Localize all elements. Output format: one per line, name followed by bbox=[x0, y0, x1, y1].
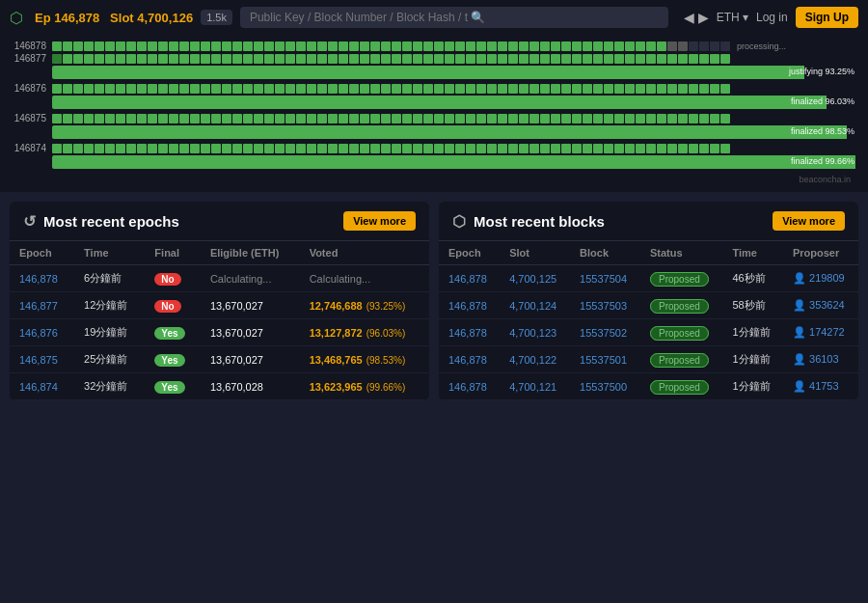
proposer-link[interactable]: 219809 bbox=[806, 272, 845, 284]
proposer-link[interactable]: 353624 bbox=[806, 299, 845, 311]
time-cell: 32分鐘前 bbox=[74, 373, 145, 400]
block-link[interactable]: 15537501 bbox=[580, 354, 627, 366]
time-cell: 19分鐘前 bbox=[74, 319, 145, 346]
final-cell: Yes bbox=[145, 346, 201, 373]
epoch-status-bar: finalized 96.03% bbox=[52, 96, 858, 109]
epoch-status-fill bbox=[52, 125, 847, 139]
epoch-block bbox=[148, 41, 157, 51]
time-cell: 46秒前 bbox=[722, 265, 783, 292]
epoch-block bbox=[540, 144, 550, 153]
voted-cell: 13,127,872(96.03%) bbox=[300, 319, 429, 346]
epoch-block bbox=[296, 144, 306, 153]
epoch-link[interactable]: 146,878 bbox=[448, 354, 487, 366]
slot-link[interactable]: 4,700,121 bbox=[509, 381, 556, 393]
epoch-block bbox=[498, 54, 507, 64]
nav-arrows[interactable]: ◀ ▶ bbox=[684, 10, 709, 25]
block-link[interactable]: 15537504 bbox=[580, 273, 627, 285]
voted-value: Calculating... bbox=[310, 273, 371, 285]
epoch-block bbox=[317, 54, 327, 64]
epoch-block bbox=[455, 41, 465, 51]
epoch-block bbox=[519, 84, 529, 94]
epoch-link[interactable]: 146,878 bbox=[448, 300, 487, 312]
epoch-link[interactable]: 146,875 bbox=[19, 354, 58, 366]
proposer-link[interactable]: 36103 bbox=[806, 353, 839, 365]
epochs-view-more-button[interactable]: View more bbox=[343, 211, 416, 231]
epoch-block bbox=[445, 144, 454, 153]
epoch-link[interactable]: 146,878 bbox=[448, 381, 487, 393]
epoch-link[interactable]: 146,878 bbox=[448, 273, 487, 285]
epoch-block bbox=[551, 54, 560, 64]
epoch-block bbox=[381, 114, 391, 123]
blocks-view-more-button[interactable]: View more bbox=[773, 211, 845, 231]
epoch-block bbox=[466, 114, 475, 123]
epoch-block bbox=[689, 41, 698, 51]
epoch-block bbox=[551, 84, 560, 94]
col-time: Time bbox=[722, 241, 783, 265]
epoch-block bbox=[254, 84, 263, 94]
epoch-block bbox=[190, 84, 200, 94]
epoch-block bbox=[169, 114, 178, 123]
epoch-block bbox=[614, 41, 624, 51]
block-link[interactable]: 15537500 bbox=[580, 381, 627, 393]
time-cell: 25分鐘前 bbox=[74, 346, 145, 373]
slot-link[interactable]: 4,700,124 bbox=[509, 300, 556, 312]
block-link[interactable]: 15537503 bbox=[580, 300, 627, 312]
epoch-block bbox=[423, 84, 433, 94]
epoch-block bbox=[370, 114, 380, 123]
epoch-block bbox=[222, 54, 231, 64]
epoch-viz-label: 146878 bbox=[10, 41, 52, 51]
epoch-link[interactable]: 146,876 bbox=[19, 327, 58, 339]
voted-value: 12,746,688 bbox=[310, 300, 363, 312]
epoch-block bbox=[529, 84, 539, 94]
epoch-block bbox=[413, 41, 422, 51]
slot-value: 4,700,126 bbox=[137, 11, 193, 25]
slot-link[interactable]: 4,700,122 bbox=[509, 354, 556, 366]
epoch-block bbox=[264, 144, 274, 153]
proposer-link[interactable]: 41753 bbox=[806, 380, 839, 392]
epoch-block bbox=[158, 114, 168, 123]
search-input[interactable] bbox=[240, 7, 668, 28]
epoch-block bbox=[381, 144, 391, 153]
epoch-block bbox=[551, 144, 560, 153]
epoch-status-bar: finalized 98.53% bbox=[52, 125, 858, 139]
epoch-block bbox=[211, 114, 221, 123]
eligible-cell: 13,670,027 bbox=[201, 292, 300, 319]
epoch-viz-row-146876: 146876 bbox=[10, 83, 858, 94]
epoch-link[interactable]: 146,878 bbox=[19, 273, 58, 285]
epoch-block bbox=[243, 114, 253, 123]
epoch-block bbox=[455, 84, 465, 94]
epoch-block bbox=[179, 41, 189, 51]
epochs-panel: ↺ Most recent epochs View more Epoch Tim… bbox=[10, 202, 429, 400]
signup-button[interactable]: Sign Up bbox=[796, 7, 858, 28]
voted-pct: (99.66%) bbox=[366, 382, 406, 393]
epoch-block bbox=[264, 54, 274, 64]
final-badge: Yes bbox=[154, 354, 184, 367]
login-link[interactable]: Log in bbox=[756, 11, 788, 24]
epoch-block bbox=[63, 54, 72, 64]
epoch-visualization: 146878 bbox=[0, 35, 868, 192]
epoch-block bbox=[646, 114, 656, 123]
proposer-link[interactable]: 174272 bbox=[806, 326, 845, 338]
voted-value: 13,468,765 bbox=[310, 354, 363, 366]
epoch-block bbox=[466, 144, 475, 153]
epoch-link[interactable]: 146,874 bbox=[19, 381, 58, 393]
epoch-block bbox=[360, 41, 369, 51]
epoch-block bbox=[52, 54, 62, 64]
slot-link[interactable]: 4,700,125 bbox=[509, 273, 556, 285]
epoch-block bbox=[583, 84, 592, 94]
epoch-block bbox=[63, 84, 72, 94]
epoch-block bbox=[137, 144, 147, 153]
epoch-block bbox=[476, 114, 486, 123]
epoch-block bbox=[604, 114, 613, 123]
epoch-block bbox=[190, 41, 200, 51]
epoch-link[interactable]: 146,878 bbox=[448, 327, 487, 339]
epoch-status-fill bbox=[52, 155, 855, 169]
epoch-link[interactable]: 146,877 bbox=[19, 300, 58, 312]
epoch-block bbox=[392, 144, 401, 153]
epoch-block bbox=[275, 54, 285, 64]
slot-link[interactable]: 4,700,123 bbox=[509, 327, 556, 339]
epoch-block bbox=[190, 144, 200, 153]
eth-selector[interactable]: ETH ▾ bbox=[717, 11, 748, 24]
epoch-block bbox=[423, 41, 433, 51]
block-link[interactable]: 15537502 bbox=[580, 327, 627, 339]
